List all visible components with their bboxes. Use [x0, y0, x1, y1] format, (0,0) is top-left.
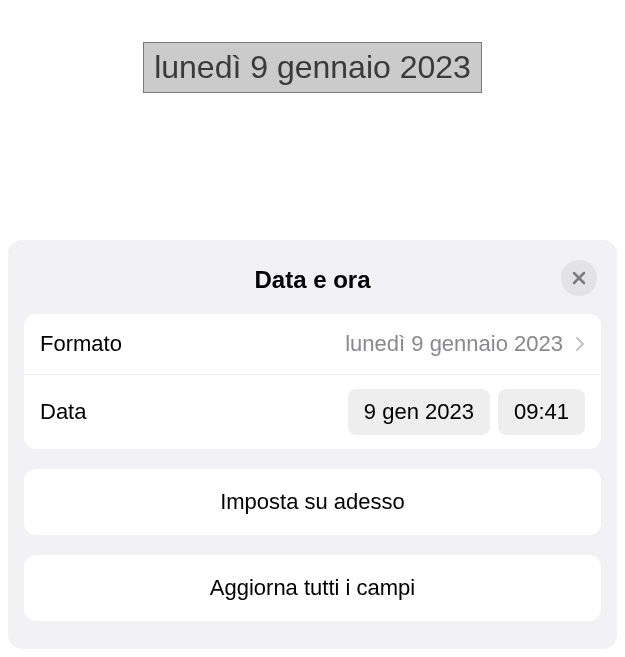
chevron-right-icon [575, 336, 585, 352]
date-picker-button[interactable]: 9 gen 2023 [348, 389, 490, 435]
settings-group: Formato lunedì 9 gennaio 2023 Data 9 gen… [24, 314, 601, 449]
panel-header: Data e ora [24, 256, 601, 314]
document-area: lunedì 9 gennaio 2023 [0, 0, 625, 93]
date-time-panel: Data e ora Formato lunedì 9 gennaio 2023… [8, 240, 617, 649]
set-to-now-button[interactable]: Imposta su adesso [24, 469, 601, 535]
data-row: Data 9 gen 2023 09:41 [24, 374, 601, 449]
panel-title: Data e ora [254, 266, 370, 293]
close-button[interactable] [561, 260, 597, 296]
close-icon [572, 271, 586, 285]
format-value: lunedì 9 gennaio 2023 [345, 331, 563, 357]
format-label: Formato [40, 331, 122, 357]
time-picker-button[interactable]: 09:41 [498, 389, 585, 435]
format-row[interactable]: Formato lunedì 9 gennaio 2023 [24, 314, 601, 374]
inserted-date-field[interactable]: lunedì 9 gennaio 2023 [143, 42, 482, 93]
update-all-fields-button[interactable]: Aggiorna tutti i campi [24, 555, 601, 621]
data-label: Data [40, 399, 86, 425]
